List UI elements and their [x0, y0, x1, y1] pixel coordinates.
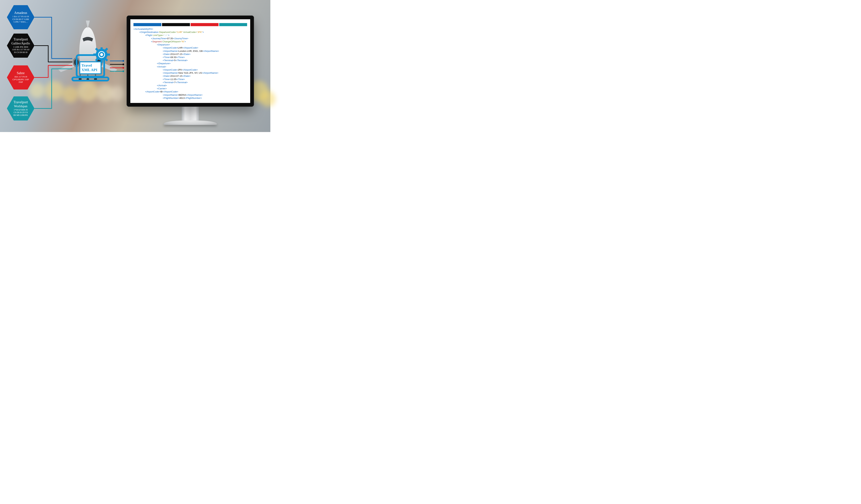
diagram-stage: Amadeus 1 BA 117 F9 A9 J9 C9 D9 R9 I7 /L… — [0, 0, 270, 132]
travel-xml-api-icon: Travel XML API — [71, 47, 113, 83]
hex-subtitle: Worldspan — [14, 104, 27, 108]
bokeh — [260, 91, 275, 107]
hex-body: 1BA 117 F9 J9 C9*LHRJFK 110P 350P — [12, 75, 29, 84]
hex-travelport-galileo: Travelport Galileo/Apollo 1 LHR JFK 0830… — [7, 33, 35, 58]
hex-title: Amadeus — [14, 11, 27, 15]
svg-rect-18 — [107, 54, 110, 56]
api-label-line1: Travel — [81, 63, 92, 68]
hex-title: Travelport — [13, 38, 28, 41]
monitor-screen: <AirAvailabilityRS> <OriginDestination D… — [131, 19, 250, 103]
hex-body: 1 BA 117 F9 A9 J9 C9 D9 R9 I7 /LHR 5 JFK… — [12, 15, 29, 24]
hex-travelport-worldspan: Travelport Worldspan 1*S#AF3600 J9 C9 D9… — [7, 96, 35, 121]
svg-rect-17 — [93, 54, 96, 56]
colorbar-sabre — [191, 23, 219, 26]
svg-rect-11 — [72, 78, 109, 81]
hex-subtitle: Galileo/Apollo — [11, 42, 30, 45]
monitor-stand-neck — [182, 106, 199, 122]
svg-rect-15 — [100, 47, 102, 49]
color-bar — [134, 23, 247, 26]
monitor-frame: <AirAvailabilityRS> <OriginDestination D… — [126, 15, 254, 107]
colorbar-worldspan — [219, 23, 247, 26]
xml-output: <AirAvailabilityRS> <OriginDestination D… — [131, 27, 250, 101]
bokeh — [110, 86, 125, 101]
colorbar-travelport — [162, 23, 190, 26]
monitor-stand-base — [164, 121, 217, 125]
bokeh — [62, 86, 78, 102]
hex-sabre: Sabre 1BA 117 F9 J9 C9*LHRJFK 110P 350P — [7, 66, 35, 89]
hex-body: 1*S#AF3600 J9 C9 D9 I9 Z9 Y9 B9 M9 LHRJF… — [13, 109, 28, 117]
colorbar-amadeus — [134, 23, 161, 26]
bokeh — [29, 83, 45, 98]
svg-rect-16 — [100, 60, 102, 63]
api-label-line2: XML API — [81, 68, 97, 72]
hex-body: 1 LHR JFK 0830 1105 BA 117 F9 A9 J9 C9 D… — [12, 46, 29, 54]
hex-title: Sabre — [17, 71, 25, 75]
hex-title: Travelport — [13, 100, 28, 104]
hex-amadeus: Amadeus 1 BA 117 F9 A9 J9 C9 D9 R9 I7 /L… — [7, 5, 35, 29]
